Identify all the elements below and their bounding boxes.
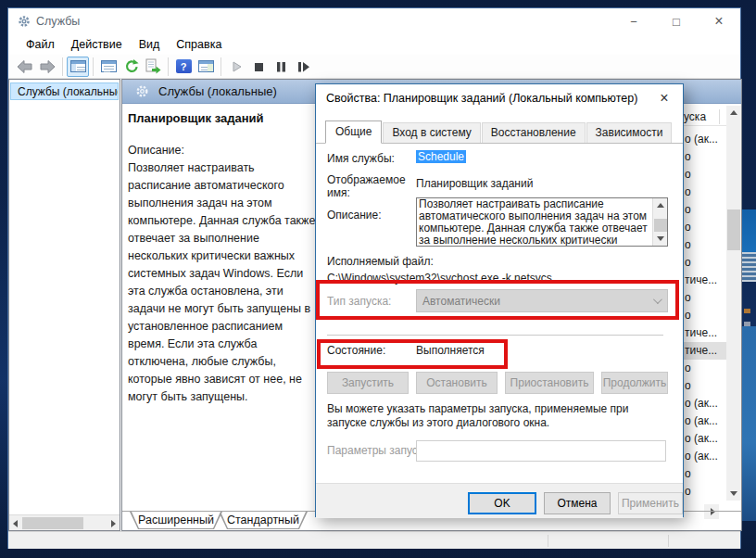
show-console-tree-button[interactable] [67,57,89,77]
tab-dependencies[interactable]: Зависимости [586,122,673,143]
menu-action[interactable]: Действие [63,36,131,53]
description-textbox[interactable]: Позволяет настраивать расписание автомат… [416,197,668,247]
description-scrollbar[interactable] [652,198,667,246]
menu-help[interactable]: Справка [168,36,230,53]
dialog-close-icon[interactable]: × [655,89,674,108]
close-button[interactable]: × [698,8,740,34]
minimize-button[interactable]: − [612,8,655,34]
stop-button[interactable]: Остановить [416,372,498,394]
scroll-up-icon[interactable] [657,203,664,208]
service-list-row-fragment[interactable]: о (ак... [684,430,726,448]
service-list-row-fragment[interactable]: о [684,219,726,236]
service-list-row-fragment[interactable]: о (ак... [684,448,726,465]
list-column-header-startup-type[interactable]: уска [684,108,726,126]
selected-service-title: Планировщик заданий [128,111,321,125]
section-divider [327,335,663,336]
service-list-row-fragment[interactable]: о [684,236,726,254]
services-gear-icon [18,15,31,28]
service-list-row-fragment[interactable]: тиче... [684,272,726,289]
list-horizontal-scroll-right[interactable] [704,504,719,519]
pane-caption-label: Службы (локальные) [158,84,277,98]
executable-path: C:\Windows\system32\svchost.exe -k netsv… [327,272,552,285]
tab-logon[interactable]: Вход в систему [383,122,480,143]
scroll-down-icon[interactable] [730,491,737,496]
desktop-detail [740,209,756,252]
desktop-detail [744,322,750,326]
startup-type-dropdown[interactable]: Автоматически [416,289,668,312]
service-list-row-fragment[interactable]: о [684,483,726,501]
window-titlebar[interactable]: Службы − □ × [8,8,740,34]
desktop-detail [744,309,750,313]
service-list-row-fragment[interactable]: о [684,465,726,483]
service-list-row-fragment[interactable]: тиче... [684,324,726,342]
show-action-pane-button[interactable] [195,57,217,77]
refresh-button[interactable] [120,57,142,77]
properties-button[interactable] [97,57,120,77]
menu-file[interactable]: Файл [18,36,63,53]
pause-button[interactable]: Приостановить [505,372,594,394]
scroll-right-icon[interactable] [711,508,715,515]
desktop-background: Службы − □ × Файл Действие Вид Справка [0,0,756,558]
startup-type-label: Тип запуска: [327,295,391,308]
help-button[interactable]: ? [172,57,195,77]
tab-general[interactable]: Общие [325,120,382,144]
dialog-description-label: Описание: [327,209,382,222]
tree-item-label: Службы (локальные) [18,85,119,98]
restart-service-toolbar-button[interactable] [292,57,314,77]
menu-bar: Файл Действие Вид Справка [8,34,740,55]
tab-standard[interactable]: Стандартный [219,512,308,529]
service-list-row-fragment[interactable]: о (ак... [684,395,726,412]
continue-button[interactable]: Продолжить [601,372,668,394]
chevron-down-icon [653,295,662,304]
tab-recovery[interactable]: Восстановление [482,122,586,143]
service-list-row-fragment[interactable]: о [684,148,726,166]
stop-service-toolbar-button[interactable] [247,57,270,77]
start-button[interactable]: Запустить [327,372,409,394]
display-name-value: Планировщик заданий [416,177,533,190]
tree-horizontal-scrollbar[interactable] [9,514,120,530]
export-list-button[interactable] [142,57,164,77]
service-name-value: Schedule [416,150,466,163]
desktop-detail [740,252,756,282]
service-list-row-fragment[interactable]: о [684,377,726,395]
status-bar [8,531,740,549]
window-title: Службы [36,15,80,28]
service-list-row-fragment[interactable]: о [684,166,726,184]
service-list-row-fragment[interactable]: о [684,184,726,201]
service-list-row-fragment[interactable]: о [684,201,726,219]
tab-extended[interactable]: Расширенный [130,512,222,529]
ok-button[interactable]: OK [468,492,536,514]
cancel-button[interactable]: Отмена [544,492,611,514]
forward-button[interactable] [36,57,58,77]
status-divider [668,535,669,547]
apply-button[interactable]: Применить [618,492,683,514]
scrollbar-thumb[interactable] [654,219,667,232]
service-list-row-fragment[interactable]: о (ак... [684,131,726,148]
service-list-row-fragment[interactable]: о [684,307,726,324]
scroll-down-icon[interactable] [657,236,664,241]
column-divider[interactable] [719,109,720,124]
pause-service-toolbar-button[interactable] [270,57,292,77]
back-button[interactable] [14,57,36,77]
toolbar-separator [220,57,221,76]
scrollbar-thumb[interactable] [727,209,740,250]
scrollbar-thumb[interactable] [22,517,83,529]
menu-view[interactable]: Вид [131,36,169,53]
scroll-left-icon[interactable] [13,520,18,527]
toolbar-separator [62,57,63,76]
service-name-label: Имя службы: [327,152,395,165]
maximize-button[interactable]: □ [655,8,698,34]
scroll-right-icon[interactable] [111,520,116,527]
service-list-row-fragment[interactable]: о [684,289,726,307]
scroll-up-icon[interactable] [730,110,737,115]
tree-item-services-local[interactable]: Службы (локальные) [10,82,119,100]
startup-parameters-input[interactable] [416,440,666,462]
service-list-row-fragment[interactable]: о (ак... [684,412,726,430]
service-list-row-fragment[interactable]: о [684,254,726,272]
dialog-title: Свойства: Планировщик заданий (Локальный… [316,84,683,112]
state-label: Состояние: [327,344,385,357]
start-service-toolbar-button[interactable] [225,57,247,77]
list-vertical-scrollbar[interactable] [726,106,741,501]
service-list-row-fragment[interactable]: о [684,360,726,377]
service-list-row-fragment[interactable]: тиче... [684,342,726,360]
